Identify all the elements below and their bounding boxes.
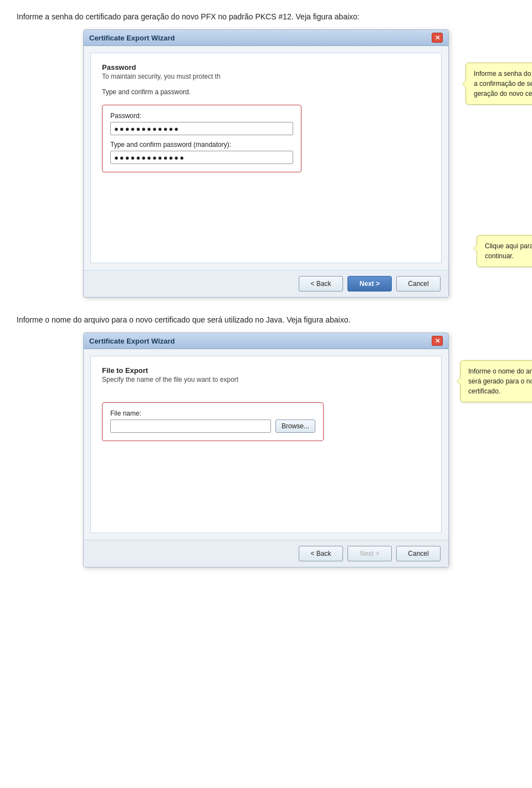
dialog1-section-title: Password xyxy=(102,63,430,71)
dialog2-file-label: File name: xyxy=(110,410,315,417)
dialog1-close-button[interactable]: ✕ xyxy=(432,33,443,43)
dialog1-outer: Certificate Export Wizard ✕ Password To … xyxy=(83,29,449,298)
callout-password-text: Informe a senha do certificado e a confi… xyxy=(474,70,532,98)
callout-filename: Informe o nome do arquivo que será gerad… xyxy=(460,360,532,402)
certificate-export-wizard-2: Certificate Export Wizard ✕ File to Expo… xyxy=(83,332,449,567)
dialog2-back-button[interactable]: < Back xyxy=(299,546,343,561)
dialog2-titlebar: Certificate Export Wizard ✕ xyxy=(84,333,448,349)
dialog2-title: Certificate Export Wizard xyxy=(89,337,175,345)
dialog1-back-button[interactable]: < Back xyxy=(299,276,343,291)
dialog2-outer: Certificate Export Wizard ✕ File to Expo… xyxy=(83,332,449,567)
dialog2-cancel-button[interactable]: Cancel xyxy=(396,546,441,561)
dialog2-file-input-row: Browse... xyxy=(110,419,315,433)
dialog1-password-input[interactable] xyxy=(110,122,293,135)
dialog1-next-button[interactable]: Next > xyxy=(347,276,392,291)
dialog1-cancel-button[interactable]: Cancel xyxy=(396,276,441,291)
dialog1-confirm-input[interactable] xyxy=(110,151,293,164)
dialog2-browse-button[interactable]: Browse... xyxy=(275,419,315,433)
dialog1-password-label: Password: xyxy=(110,112,293,120)
dialog2-close-button[interactable]: ✕ xyxy=(432,336,443,346)
dialog1-title: Certificate Export Wizard xyxy=(89,34,175,42)
callout-next: Clique aqui para continuar. xyxy=(477,235,532,267)
dialog1-footer: < Back Next > Cancel xyxy=(84,270,448,297)
callout-filename-text: Informe o nome do arquivo que será gerad… xyxy=(468,367,532,395)
dialog2-file-section: File name: Browse... xyxy=(102,402,324,441)
dialog1-type-confirm: Type and confirm a password. xyxy=(102,88,430,96)
dialog2-section-title: File to Export xyxy=(102,366,430,375)
callout-next-text: Clique aqui para continuar. xyxy=(485,242,532,260)
callout-password: Informe a senha do certificado e a confi… xyxy=(466,63,532,105)
dialog1-section-subtitle: To maintain security, you must protect t… xyxy=(102,73,430,80)
intro-text-2: Informe o nome do arquivo para o novo ce… xyxy=(17,314,515,326)
dialog1-form-section: Password: Type and confirm password (man… xyxy=(102,105,301,172)
dialog1-body: Password To maintain security, you must … xyxy=(90,53,442,263)
dialog2-file-input[interactable] xyxy=(110,419,271,433)
intro-text-1: Informe a senha do certificado para gera… xyxy=(17,11,515,23)
certificate-export-wizard-1: Certificate Export Wizard ✕ Password To … xyxy=(83,29,449,298)
dialog1-titlebar: Certificate Export Wizard ✕ xyxy=(84,30,448,46)
dialog2-footer: < Back Next > Cancel xyxy=(84,540,448,567)
dialog2-next-button[interactable]: Next > xyxy=(347,546,392,561)
dialog1-confirm-label: Type and confirm password (mandatory): xyxy=(110,141,293,149)
dialog2-section-subtitle: Specify the name of the file you want to… xyxy=(102,376,430,383)
dialog2-body: File to Export Specify the name of the f… xyxy=(90,356,442,533)
